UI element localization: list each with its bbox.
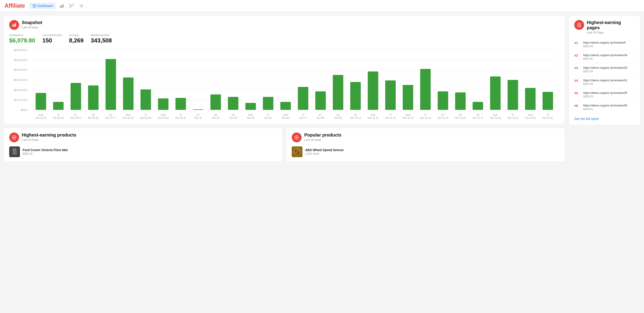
x-axis-label: S9/2 xyxy=(212,114,220,119)
chart-bar xyxy=(298,87,308,110)
chart-svg: $600 $500 $400 $300 $200 $100 $0 W8/23T8… xyxy=(9,48,560,119)
impressions-stat: IMPRESSIONS 343,508 xyxy=(91,34,112,44)
chart-bar xyxy=(438,91,448,110)
impressions-value: 343,508 xyxy=(91,37,112,44)
page-list-item: #3 https://demo.organic.ly/reviews/29 $3… xyxy=(574,63,635,76)
svg-line-9 xyxy=(72,5,73,6)
settings-nav-button[interactable] xyxy=(78,2,86,10)
svg-rect-32 xyxy=(15,149,16,150)
x-axis-label: T9/14 xyxy=(420,114,431,119)
x-axis-label: T9/21 xyxy=(542,114,553,119)
page-earnings: $354.49 xyxy=(583,45,626,48)
rank-badge: #5 xyxy=(574,91,580,95)
page-info: https://demo.organic.ly/reviews/29 $332.… xyxy=(583,66,628,73)
popular-icon xyxy=(292,132,302,142)
svg-text:$200: $200 xyxy=(14,89,28,92)
x-axis-label: M9/18 xyxy=(490,114,501,119)
popular-product-thumbnail xyxy=(292,146,302,157)
page-url[interactable]: https://demo.organic.ly/reviews/36 xyxy=(583,104,628,107)
x-axis-label: F9/15 xyxy=(437,114,448,119)
x-axis-label: S9/16 xyxy=(455,114,466,119)
bar-chart-nav-button[interactable] xyxy=(58,2,66,10)
svg-text:$400: $400 xyxy=(14,69,28,71)
rank-badge: #3 xyxy=(574,66,580,70)
earnings-value: $6,079.80 xyxy=(9,37,35,44)
chart-bar xyxy=(71,83,81,110)
chart-bar xyxy=(350,82,361,110)
chart-bar xyxy=(53,102,64,110)
popular-product-item: ABS Wheel Speed Sensor 1,032 clicks xyxy=(292,146,560,157)
earnings-chart: $600 $500 $400 $300 $200 $100 $0 W8/23T8… xyxy=(9,48,560,119)
x-axis-label: T9/7 xyxy=(299,114,307,119)
network-nav-button[interactable] xyxy=(68,2,76,10)
pages-title: Highest-earning pages xyxy=(587,20,635,30)
rank-badge: #1 xyxy=(574,41,580,45)
snapshot-header: Snapshot Last 30 days xyxy=(9,20,560,30)
rank-badge: #2 xyxy=(574,54,580,57)
product-name: Ford Crown Victoria Floor Mat xyxy=(23,148,68,152)
pages-icon xyxy=(574,20,584,30)
svg-text:$300: $300 xyxy=(14,79,28,82)
page-url[interactable]: https://demo.organic.ly/reviews/35 xyxy=(583,91,628,95)
conversions-value: 150 xyxy=(42,37,62,44)
see-full-report-link[interactable]: See the full report xyxy=(574,117,599,121)
svg-line-10 xyxy=(70,6,71,7)
chart-bar xyxy=(88,85,98,110)
snapshot-title: Snapshot xyxy=(22,20,42,25)
page-url[interactable]: https://demo.organic.ly/reviews/41 xyxy=(583,79,628,82)
products-title: Highest-earning products xyxy=(22,132,76,138)
x-axis-label: F9/1 xyxy=(194,114,202,119)
products-header: Highest-earning products Last 30 Days xyxy=(9,132,277,142)
network-icon xyxy=(69,4,74,8)
earnings-label: EARNINGS xyxy=(9,34,35,37)
svg-text:$100: $100 xyxy=(14,98,28,101)
svg-rect-1 xyxy=(60,6,61,8)
page-url[interactable]: https://demo.organic.ly/reviews/29 xyxy=(583,66,628,69)
chart-bar xyxy=(472,102,483,110)
snapshot-icon xyxy=(9,20,19,30)
chart-bar xyxy=(385,80,396,110)
bar-chart-icon xyxy=(60,4,64,8)
x-axis-label: T9/19 xyxy=(507,114,518,119)
right-column: Highest-earning pages Last 30 Days #1 ht… xyxy=(568,15,640,162)
stats-row: EARNINGS $6,079.80 CONVERSIONS 150 CLICK… xyxy=(9,34,560,44)
svg-rect-39 xyxy=(294,153,300,155)
conversions-stat: CONVERSIONS 150 xyxy=(42,34,62,44)
page-info: https://demo.organic.ly/reviews/5 $354.4… xyxy=(583,41,626,48)
page-earnings: $282.59 xyxy=(583,95,628,98)
chart-bar xyxy=(403,85,413,110)
chart-bar xyxy=(176,98,186,110)
pages-title-block: Highest-earning pages Last 30 Days xyxy=(587,20,635,34)
page-earnings: $246.51 xyxy=(583,108,628,111)
chart-bar xyxy=(333,75,343,110)
page-earnings: $332.58 xyxy=(583,70,628,73)
x-axis-label: T9/12 xyxy=(385,114,396,119)
page-list-item: #6 https://demo.organic.ly/reviews/36 $2… xyxy=(574,101,635,113)
chart-bar xyxy=(36,93,46,110)
svg-rect-40 xyxy=(578,23,580,27)
dashboard-nav-button[interactable]: Dashboard xyxy=(30,3,56,9)
pages-subtitle: Last 30 Days xyxy=(587,31,635,34)
rank-badge: #4 xyxy=(574,79,580,82)
x-axis-label: T9/5 xyxy=(264,114,272,119)
popular-product-name: ABS Wheel Speed Sensor xyxy=(305,148,344,152)
products-subtitle: Last 30 Days xyxy=(22,138,76,141)
page-list-item: #5 https://demo.organic.ly/reviews/35 $2… xyxy=(574,89,635,101)
chart-bar xyxy=(525,88,536,110)
svg-rect-30 xyxy=(12,148,17,155)
chart-bar xyxy=(263,97,273,110)
page-url[interactable]: https://demo.organic.ly/reviews/34 xyxy=(583,54,628,57)
conversions-label: CONVERSIONS xyxy=(42,34,62,37)
product-info: Ford Crown Victoria Floor Mat $906.20 xyxy=(23,148,68,155)
page-earnings: $305.48 xyxy=(583,82,628,86)
page-url[interactable]: https://demo.organic.ly/reviews/5 xyxy=(583,41,626,44)
chart-bar xyxy=(368,71,378,110)
pages-header: Highest-earning pages Last 30 Days xyxy=(574,20,635,34)
left-column: Snapshot Last 30 days EARNINGS $6,079.80… xyxy=(4,15,565,162)
snapshot-card: Snapshot Last 30 days EARNINGS $6,079.80… xyxy=(4,15,565,124)
clicks-stat: CLICKS 8,269 xyxy=(69,34,84,44)
x-axis-label: S9/17 xyxy=(472,114,484,119)
x-axis-label: T8/29 xyxy=(140,114,152,119)
brand-title: Affiliate xyxy=(4,2,25,9)
svg-text:$500: $500 xyxy=(14,59,28,62)
